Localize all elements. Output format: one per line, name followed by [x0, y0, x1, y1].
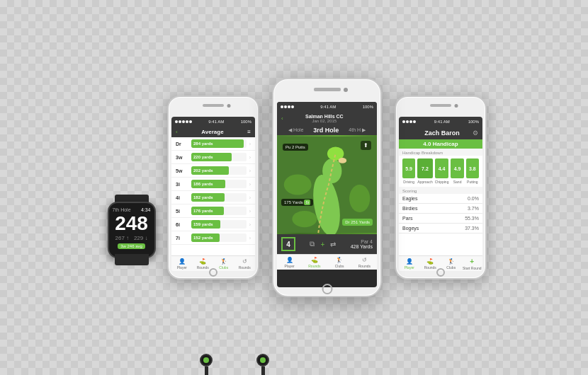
- phone-center-battery: 100%: [363, 105, 373, 109]
- hc-val-putting: 3.8: [469, 166, 476, 171]
- phone1-time: 9:41 AM: [208, 120, 224, 124]
- hc-bar-putting: 3.8 Putting: [466, 158, 479, 184]
- course-map: Pu 2 Putts 175 Yards 6i Dr 251 Yards ⬆: [277, 135, 377, 234]
- club-name: 3i: [176, 182, 191, 187]
- phone1-screen: 9:41 AM 100% ‹ Average ≡ Dr 284 yards ›: [171, 117, 255, 271]
- nav-item-player[interactable]: 👤 Player: [277, 257, 302, 268]
- phone1-battery: 100%: [241, 120, 251, 124]
- course-back-button[interactable]: ‹: [281, 115, 283, 122]
- club-bar: 284 yards: [191, 139, 244, 148]
- list-item[interactable]: 7i 152 yards ›: [171, 231, 255, 245]
- eagles-label: Eagles: [402, 196, 417, 201]
- nav-item-rounds[interactable]: ⛳ Rounds: [193, 258, 214, 270]
- distance-badge-dr: Dr 251 Yards: [342, 219, 373, 226]
- phone-center-status: 9:41 AM 100%: [277, 102, 377, 112]
- bogeys-label: Bogeys: [402, 226, 419, 231]
- nav3-item-player[interactable]: 👤 Player: [399, 258, 420, 270]
- hc-val-driving: 5.9: [405, 166, 412, 171]
- phone1-home-button[interactable]: [209, 268, 217, 277]
- list-item[interactable]: 3i 186 yards ›: [171, 178, 255, 191]
- list-item[interactable]: 6i 159 yards ›: [171, 218, 255, 231]
- phone3-signal: [402, 120, 416, 123]
- phone3-time: 9:41 AM: [434, 120, 450, 124]
- svg-point-5: [349, 185, 370, 212]
- par-info: Par 4 428 Yards: [351, 239, 373, 249]
- hc-label-approach: Approach: [417, 180, 432, 184]
- phone-clubs: 9:41 AM 100% ‹ Average ≡ Dr 284 yards ›: [167, 96, 259, 279]
- par-yards: 428 Yards: [351, 244, 373, 249]
- share-button[interactable]: ⬆: [361, 141, 371, 150]
- club-bar: 152 yards: [191, 233, 220, 242]
- hc-bar-box-driving: 5.9: [402, 158, 415, 178]
- prev-hole-tab[interactable]: ◀ Hole: [288, 127, 303, 133]
- phone1-status-bar: 9:41 AM 100%: [171, 117, 255, 127]
- course-name: Salman Hills CC: [305, 114, 344, 119]
- nav-item-start-round[interactable]: ↺ Rounds: [352, 257, 377, 268]
- club-name: 6i: [176, 222, 191, 227]
- hole-tabs: ◀ Hole 3rd Hole 4th H ▶: [277, 125, 377, 135]
- svg-point-7: [339, 158, 347, 163]
- phone1-back[interactable]: ‹: [176, 129, 178, 135]
- nav3-item-start[interactable]: + Start Round: [462, 258, 483, 270]
- phone-center-home-button[interactable]: [322, 284, 332, 294]
- handicap-breakdown-title: Handicap Breakdown: [399, 149, 482, 156]
- watch-screen: 7th Hole 4:34 248 267 ↑ 229 ↓ 3w 246 avg: [109, 203, 154, 252]
- watch-body: 7th Hole 4:34 248 267 ↑ 229 ↓ 3w 246 avg: [108, 202, 156, 258]
- list-item[interactable]: 4i 182 yards ›: [171, 191, 255, 204]
- copy-button[interactable]: ⧉: [310, 240, 315, 248]
- list-item[interactable]: 5w 202 yards ›: [171, 164, 255, 178]
- club-bar-container: 152 yards: [191, 233, 247, 242]
- club-bar-container: 176 yards: [191, 207, 247, 215]
- club-bar: 186 yards: [191, 180, 225, 188]
- tee-sensor-right: [255, 354, 271, 374]
- phone1-menu[interactable]: ≡: [247, 129, 251, 135]
- nav3-item-clubs[interactable]: 🏌 Clubs: [441, 258, 462, 270]
- club-name: 5w: [176, 168, 191, 173]
- apple-watch: 7th Hole 4:34 248 267 ↑ 229 ↓ 3w 246 avg: [101, 195, 162, 265]
- nav-item-clubs[interactable]: 🏌 Clubs: [327, 257, 352, 268]
- phone3-speaker: [430, 104, 451, 107]
- course-date: Jan 02, 2015: [305, 119, 344, 123]
- phone-center-camera: [344, 88, 348, 92]
- add-button[interactable]: +: [320, 241, 324, 248]
- club-bar-container: 182 yards: [191, 193, 247, 202]
- nav-item-rounds[interactable]: ⛳ Rounds: [302, 257, 327, 268]
- club-name: 5i: [176, 209, 191, 214]
- nav-item-more[interactable]: ↺ Rounds: [234, 258, 256, 270]
- list-item[interactable]: Dr 284 yards ›: [171, 137, 255, 151]
- watch-club-badge: 3w 246 avg: [118, 243, 145, 249]
- watch-main-distance: 248: [113, 214, 151, 233]
- hc-bar-sand: 4.9 Sand: [451, 158, 463, 184]
- svg-point-6: [292, 211, 317, 227]
- phone3-camera: [455, 104, 458, 108]
- par-label: Par 4: [351, 239, 373, 244]
- watch-dist-bottom: 229 ↓: [134, 235, 148, 241]
- hc-bar-box-approach: 7.2: [417, 158, 432, 178]
- list-item[interactable]: 5i 176 yards ›: [171, 204, 255, 218]
- list-item[interactable]: 3w 220 yards ›: [171, 151, 255, 164]
- next-hole-tab[interactable]: 4th H ▶: [349, 127, 366, 133]
- tee-spike-right: [261, 367, 265, 375]
- distance-badge-6i: 175 Yards 6i: [281, 199, 313, 206]
- hc-val-approach: 7.2: [422, 166, 429, 171]
- shuffle-button[interactable]: ⇄: [330, 241, 336, 248]
- nav-item-clubs[interactable]: 🏌 Clubs: [213, 258, 234, 270]
- eagles-value: 0.0%: [468, 196, 479, 201]
- birdies-label: Birdies: [402, 206, 417, 211]
- hc-bar-box-sand: 4.9: [451, 158, 463, 178]
- watch-time: 4:34: [141, 207, 151, 212]
- club-bar: 182 yards: [191, 193, 225, 202]
- club-bar-container: 202 yards: [191, 166, 247, 175]
- nav3-item-rounds[interactable]: ⛳ Rounds: [420, 258, 441, 270]
- phone3-screen: 9:41 AM 100% Zach Baron ⚙ 4.0 Handicap H…: [399, 117, 482, 271]
- phone-stats: 9:41 AM 100% Zach Baron ⚙ 4.0 Handicap H…: [395, 96, 487, 279]
- course-actions: ⧉ + ⇄: [310, 240, 336, 248]
- club-name: 4i: [176, 195, 191, 200]
- watch-distances: 267 ↑ 229 ↓: [113, 235, 151, 241]
- score-row-pars: Pars 55.3%: [399, 214, 482, 224]
- phone3-home-button[interactable]: [436, 268, 445, 277]
- settings-icon[interactable]: ⚙: [473, 129, 478, 137]
- nav-item-player[interactable]: 👤 Player: [171, 258, 193, 270]
- phone3-battery: 100%: [468, 120, 479, 124]
- hc-bar-box-putting: 3.8: [466, 158, 479, 178]
